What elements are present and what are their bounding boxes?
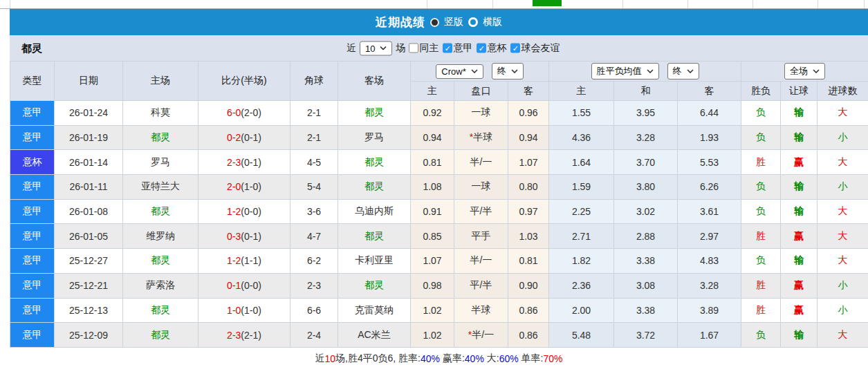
recent-count-select[interactable]: 10: [360, 41, 392, 55]
bookmaker-select[interactable]: Crow*: [436, 64, 483, 79]
handicap: 平/半: [454, 199, 508, 224]
halftime-score: (2-1): [241, 330, 261, 341]
checkbox-icon[interactable]: ✓: [477, 44, 486, 53]
match-row: 意甲 25-12-27 都灵 1-2(1-1) 6-2 卡利亚里 1.07 半/…: [10, 249, 868, 274]
result-handicap: 输: [781, 199, 818, 224]
final-score: 1-2: [227, 255, 241, 266]
result-wdl: 胜: [741, 224, 781, 249]
mean-draw: 3.80: [614, 175, 678, 200]
odds-away: 0.80: [508, 175, 549, 200]
divider: [687, 0, 688, 8]
corners: 3-6: [290, 199, 338, 224]
score-cell: 6-0(2-0): [198, 101, 290, 126]
mean-away: 6.26: [678, 175, 741, 200]
subcol-result-wdl: 胜负: [741, 82, 781, 101]
result-wdl: 负: [741, 175, 781, 200]
result-goals: 小: [818, 125, 868, 150]
period-select[interactable]: 全场: [784, 63, 825, 79]
summary-segment: 40%: [421, 353, 440, 364]
match-row: 意杯 26-01-14 罗马 2-3(0-1) 4-5 都灵 0.81 半/一 …: [10, 150, 868, 175]
odds-time-select[interactable]: 终: [492, 63, 524, 79]
subcol-result-goals: 进球数: [818, 82, 868, 101]
league-badge: 意甲: [10, 175, 55, 200]
vertical-layout-radio[interactable]: [430, 18, 439, 27]
corners: 2-1: [290, 125, 338, 150]
filter-label[interactable]: 球会友谊: [521, 42, 560, 55]
horizontal-layout-radio[interactable]: [468, 17, 478, 27]
home-team: 罗马: [123, 150, 198, 175]
divider: [427, 0, 427, 8]
vertical-layout-label[interactable]: 竖版: [444, 16, 463, 28]
result-handicap: 赢: [781, 224, 818, 249]
summary-segment: 单率:: [519, 352, 544, 365]
horizontal-layout-label[interactable]: 横版: [483, 16, 502, 28]
filter-label[interactable]: 意杯: [487, 42, 506, 55]
mean-away: 6.44: [678, 101, 741, 126]
period-value: 全场: [790, 65, 808, 77]
matches-label: 场: [396, 42, 405, 55]
score-cell: 0-1(0-0): [198, 273, 290, 298]
odds-home: 0.85: [411, 224, 454, 249]
away-team: AC米兰: [338, 323, 411, 348]
record-summary: 近10场,胜4平0负6, 胜率:40% 赢率:40% 大:60% 单率:70%: [10, 348, 868, 370]
final-score: 0-1: [227, 280, 241, 291]
odds-home: 0.98: [411, 273, 454, 298]
mean-home: 1.55: [549, 101, 614, 126]
recent-count-value: 10: [365, 43, 375, 53]
match-date: 25-12-27: [55, 249, 123, 274]
green-button-fragment[interactable]: [533, 0, 562, 6]
mean-draw: 3.02: [614, 199, 678, 224]
mean-draw: 3.38: [614, 249, 678, 274]
away-team: 卡利亚里: [338, 249, 411, 274]
summary-segment: 60%: [499, 353, 519, 364]
recent-results-table: 类型 日期 主场 比分(半场) 角球 客场 Crow* 终: [10, 61, 868, 348]
handicap: 半球: [454, 298, 508, 323]
filter-checked: ✓意杯: [477, 42, 506, 55]
corners: 6-2: [290, 249, 338, 274]
top-cutoff-strip: [0, 0, 868, 9]
filter-label[interactable]: 意甲: [453, 42, 472, 55]
mean-draw: 3.95: [614, 101, 678, 126]
handicap: *半球: [454, 125, 508, 150]
score-cell: 2-0(1-0): [198, 175, 290, 200]
filter-label[interactable]: 同主: [419, 42, 438, 55]
result-wdl: 胜: [741, 150, 781, 175]
league-badge: 意杯: [10, 150, 55, 175]
halftime-score: (0-1): [241, 231, 261, 242]
filter-toolbar: 都灵 近 10 场 同主✓意甲✓意杯✓球会友谊: [10, 35, 868, 61]
subcol-odds-home: 主: [411, 82, 454, 101]
result-handicap: 输: [781, 125, 818, 150]
final-score: 2-3: [227, 330, 241, 341]
mean-time-select[interactable]: 终: [667, 63, 699, 79]
divider: [818, 0, 818, 8]
mean-draw: 3.70: [614, 150, 678, 175]
checkbox-icon[interactable]: ✓: [510, 44, 520, 53]
result-goals: 大: [818, 249, 868, 274]
mean-type-select[interactable]: 胜平负均值: [591, 63, 659, 79]
checkbox-icon[interactable]: ✓: [443, 44, 452, 53]
divider: [10, 0, 10, 8]
league-badge: 意甲: [10, 125, 55, 150]
match-row: 意甲 25-12-21 萨索洛 0-1(0-0) 2-3 都灵 0.98 平/半…: [10, 273, 868, 298]
handicap: 一球: [454, 175, 508, 200]
corners: 4-7: [290, 224, 338, 249]
summary-segment: 大:: [484, 352, 499, 365]
odds-away: 0.86: [508, 298, 549, 323]
summary-segment: 10: [325, 353, 336, 364]
final-score: 1-2: [227, 206, 241, 217]
checkbox-icon[interactable]: [409, 44, 418, 53]
corners: 2-1: [290, 101, 338, 126]
home-team: 都灵: [123, 125, 198, 150]
filter-checkbox-group: 同主✓意甲✓意杯✓球会友谊: [409, 42, 560, 55]
result-wdl: 负: [741, 101, 781, 126]
subcol-mean-away: 客: [678, 82, 741, 101]
result-goals: 小: [818, 298, 868, 323]
result-goals: 大: [818, 199, 868, 224]
bookmaker-value: Crow*: [441, 66, 465, 77]
col-header-corners: 角球: [290, 62, 338, 101]
mean-away: 2.97: [678, 224, 741, 249]
result-wdl: 负: [741, 199, 781, 224]
chevron-down-icon: [471, 69, 478, 73]
away-team: 克雷莫纳: [338, 298, 411, 323]
match-date: 26-01-05: [55, 224, 123, 249]
